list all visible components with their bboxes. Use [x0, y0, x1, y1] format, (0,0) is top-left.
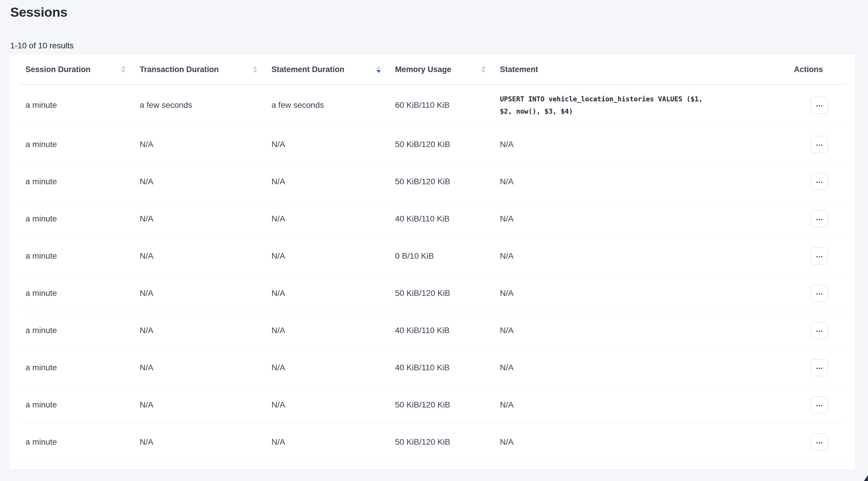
- session-duration-cell: a minute: [20, 275, 134, 312]
- statement-duration-cell: N/A: [266, 349, 390, 386]
- actions-cell: [788, 312, 845, 349]
- ellipsis-icon: [816, 291, 823, 296]
- memory-usage-cell: 50 KiB/120 KiB: [390, 163, 494, 200]
- ellipsis-icon: [816, 403, 823, 407]
- session-duration-cell: a minute: [20, 312, 134, 349]
- column-header-label: Memory Usage: [395, 65, 451, 74]
- memory-usage-cell: 50 KiB/120 KiB: [390, 386, 494, 424]
- memory-usage-cell: 50 KiB/120 KiB: [390, 275, 494, 312]
- transaction-duration-cell: N/A: [134, 238, 266, 275]
- session-duration-cell: a minute: [20, 349, 134, 386]
- transaction-duration-cell: N/A: [134, 163, 266, 200]
- row-actions-button[interactable]: [811, 136, 828, 153]
- sessions-table: Session Duration Transaction Duration St…: [20, 55, 845, 461]
- session-duration-cell: a minute: [20, 163, 134, 200]
- table-row: a minute N/A N/A 40 KiB/110 KiB N/A: [20, 200, 845, 238]
- memory-usage-cell: 40 KiB/110 KiB: [390, 200, 494, 238]
- actions-cell: [788, 386, 845, 424]
- memory-usage-cell: 50 KiB/120 KiB: [390, 126, 494, 163]
- table-row: a minute N/A N/A 50 KiB/120 KiB N/A: [20, 386, 845, 424]
- table-header-row: Session Duration Transaction Duration St…: [20, 55, 845, 85]
- row-actions-button[interactable]: [811, 359, 828, 376]
- statement-duration-cell: N/A: [266, 386, 390, 424]
- actions-cell: [788, 200, 845, 238]
- page-title: Sessions: [10, 5, 67, 20]
- actions-cell: [788, 238, 845, 275]
- sort-icon: [482, 66, 486, 73]
- row-actions-button[interactable]: [811, 247, 828, 265]
- row-actions-button[interactable]: [811, 97, 828, 114]
- ellipsis-icon: [816, 254, 823, 259]
- column-header-statement: Statement: [494, 55, 788, 85]
- column-header-label: Transaction Duration: [140, 65, 219, 74]
- column-header-label: Statement Duration: [272, 65, 344, 74]
- statement-duration-cell: N/A: [266, 424, 390, 461]
- session-duration-cell: a minute: [20, 126, 134, 163]
- sort-desc-icon: [377, 66, 381, 73]
- column-header-session-duration[interactable]: Session Duration: [20, 55, 134, 85]
- actions-cell: [788, 349, 845, 386]
- session-duration-cell: a minute: [20, 85, 134, 126]
- statement-cell: N/A: [494, 163, 788, 200]
- transaction-duration-cell: N/A: [134, 126, 266, 163]
- table-row: a minute N/A N/A 50 KiB/120 KiB N/A: [20, 126, 845, 163]
- row-actions-button[interactable]: [811, 285, 828, 302]
- row-actions-button[interactable]: [811, 322, 828, 339]
- session-duration-cell: a minute: [20, 386, 134, 424]
- memory-usage-cell: 60 KiB/110 KiB: [390, 85, 494, 126]
- statement-cell: N/A: [494, 386, 788, 424]
- ellipsis-icon: [816, 217, 823, 221]
- column-header-memory-usage[interactable]: Memory Usage: [390, 55, 494, 85]
- statement-cell: UPSERT INTO vehicle_location_histories V…: [494, 85, 788, 126]
- transaction-duration-cell: N/A: [134, 349, 266, 386]
- statement-duration-cell: N/A: [266, 312, 390, 349]
- actions-cell: [788, 275, 845, 312]
- ellipsis-icon: [816, 328, 823, 333]
- table-row: a minute N/A N/A 40 KiB/110 KiB N/A: [20, 349, 845, 386]
- session-duration-cell: a minute: [20, 200, 134, 238]
- actions-cell: [788, 424, 845, 461]
- statement-cell: N/A: [494, 275, 788, 312]
- statement-duration-cell: N/A: [266, 200, 390, 238]
- table-row: a minute N/A N/A 40 KiB/110 KiB N/A: [20, 312, 845, 349]
- transaction-duration-cell: N/A: [134, 312, 266, 349]
- ellipsis-icon: [816, 366, 823, 370]
- column-header-label: Session Duration: [26, 65, 91, 74]
- memory-usage-cell: 0 B/10 KiB: [390, 238, 494, 275]
- row-actions-button[interactable]: [811, 173, 828, 190]
- column-header-statement-duration[interactable]: Statement Duration: [266, 55, 390, 85]
- table-row: a minute N/A N/A 50 KiB/120 KiB N/A: [20, 163, 845, 200]
- actions-cell: [788, 85, 845, 126]
- statement-duration-cell: N/A: [266, 238, 390, 275]
- transaction-duration-cell: N/A: [134, 275, 266, 312]
- memory-usage-cell: 40 KiB/110 KiB: [390, 349, 494, 386]
- column-header-label: Statement: [500, 65, 538, 74]
- sessions-table-card: Session Duration Transaction Duration St…: [10, 55, 855, 469]
- statement-cell: N/A: [494, 312, 788, 349]
- table-row: a minute N/A N/A 50 KiB/120 KiB N/A: [20, 424, 845, 461]
- sql-statement-text: UPSERT INTO vehicle_location_histories V…: [500, 93, 714, 117]
- ellipsis-icon: [816, 103, 823, 108]
- actions-cell: [788, 163, 845, 200]
- results-count: 1-10 of 10 results: [10, 41, 73, 50]
- statement-cell: N/A: [494, 200, 788, 238]
- row-actions-button[interactable]: [811, 433, 828, 451]
- row-actions-button[interactable]: [811, 396, 828, 413]
- column-header-transaction-duration[interactable]: Transaction Duration: [134, 55, 266, 85]
- column-header-actions: Actions: [788, 55, 845, 85]
- window-resize-corner: [864, 475, 868, 481]
- transaction-duration-cell: N/A: [134, 386, 266, 424]
- transaction-duration-cell: N/A: [134, 200, 266, 238]
- table-row: a minute N/A N/A 0 B/10 KiB N/A: [20, 238, 845, 275]
- row-actions-button[interactable]: [811, 210, 828, 227]
- sort-icon: [253, 66, 257, 73]
- statement-cell: N/A: [494, 238, 788, 275]
- memory-usage-cell: 50 KiB/120 KiB: [390, 424, 494, 461]
- memory-usage-cell: 40 KiB/110 KiB: [390, 312, 494, 349]
- transaction-duration-cell: a few seconds: [134, 85, 266, 126]
- statement-duration-cell: a few seconds: [266, 85, 390, 126]
- transaction-duration-cell: N/A: [134, 424, 266, 461]
- statement-cell: N/A: [494, 126, 788, 163]
- statement-cell: N/A: [494, 349, 788, 386]
- session-duration-cell: a minute: [20, 424, 134, 461]
